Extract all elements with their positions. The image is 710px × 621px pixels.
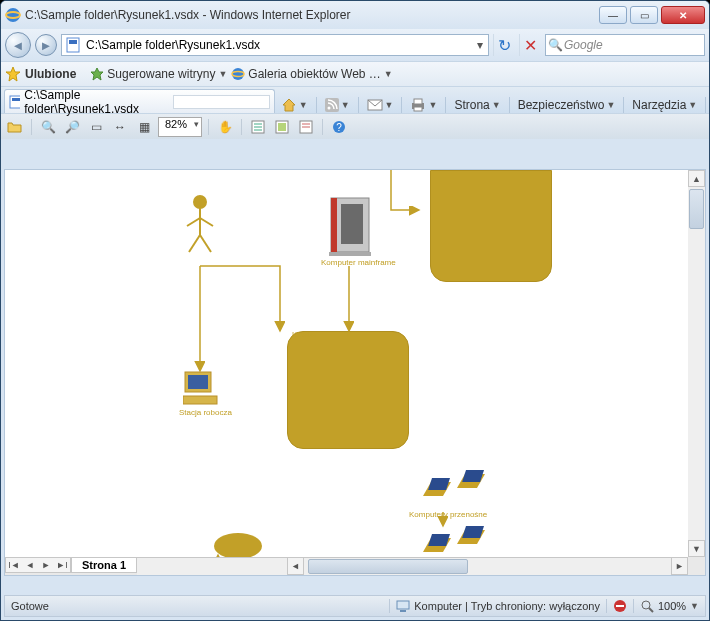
horizontal-scrollbar[interactable]: I◄ ◄ ► ►I Strona 1 ◄ ► xyxy=(5,557,705,575)
tab-blank-area xyxy=(173,95,270,109)
computer-zone-icon xyxy=(396,599,410,613)
markup-icon xyxy=(299,120,313,134)
vertical-scrollbar[interactable]: ▲ ▼ xyxy=(688,170,705,557)
status-zone-text: Komputer | Tryb chroniony: wyłączony xyxy=(414,600,600,612)
shape-workstation[interactable] xyxy=(183,370,219,406)
scroll-left-button[interactable]: ◄ xyxy=(287,557,304,575)
scroll-thumb-h[interactable] xyxy=(308,559,468,574)
browser-tab[interactable]: C:\Sample folder\Rysunek1.vsdx xyxy=(4,89,275,113)
address-bar[interactable]: C:\Sample folder\Rysunek1.vsdx ▾ xyxy=(61,34,489,56)
shape-laptops-1[interactable] xyxy=(423,470,493,508)
scroll-up-button[interactable]: ▲ xyxy=(688,170,705,187)
svg-rect-59 xyxy=(616,605,624,607)
svg-point-12 xyxy=(327,107,330,110)
print-button[interactable]: ▼ xyxy=(408,98,439,112)
visio-doc-icon xyxy=(65,37,81,53)
scroll-right-button[interactable]: ► xyxy=(671,557,688,575)
workstation-icon xyxy=(183,370,219,406)
page-tab[interactable]: Strona 1 xyxy=(71,557,137,573)
popup-blocked-icon xyxy=(613,599,627,613)
svg-rect-3 xyxy=(69,40,77,44)
first-page-button[interactable]: I◄ xyxy=(6,560,22,570)
close-button[interactable]: ✕ xyxy=(661,6,705,24)
suggested-icon xyxy=(90,67,104,81)
svg-line-35 xyxy=(189,235,200,252)
laptop-group-icon-1 xyxy=(423,470,493,508)
status-zoom[interactable]: 100% ▼ xyxy=(634,599,705,613)
label-cluster: Klaster xyxy=(292,330,317,339)
page-menu[interactable]: Strona▼ xyxy=(452,98,502,112)
help-tool-button[interactable]: ? xyxy=(329,117,349,137)
svg-rect-25 xyxy=(278,123,286,131)
hand-tool-button[interactable]: ✋ xyxy=(215,117,235,137)
zoom-width-button[interactable]: ↔ xyxy=(110,117,130,137)
svg-rect-43 xyxy=(183,396,217,404)
layers-button[interactable] xyxy=(272,117,292,137)
svg-text:?: ? xyxy=(336,122,342,133)
stop-button[interactable]: ✕ xyxy=(519,34,541,56)
feed-icon xyxy=(325,98,339,112)
svg-point-60 xyxy=(642,601,650,609)
svg-marker-5 xyxy=(91,68,103,80)
zoom-combobox[interactable]: 82% xyxy=(158,117,202,137)
ie-icon xyxy=(5,7,21,23)
favorites-button[interactable]: Ulubione xyxy=(25,67,76,81)
suggested-sites-link[interactable]: Sugerowane witryny▼ xyxy=(90,67,227,81)
search-box[interactable]: 🔍 Google xyxy=(545,34,705,56)
scroll-down-button[interactable]: ▼ xyxy=(688,540,705,557)
connector-1 xyxy=(391,170,418,210)
back-button[interactable]: ◄ xyxy=(5,32,31,58)
svg-line-33 xyxy=(187,218,200,226)
status-left: Gotowe xyxy=(5,600,55,612)
mainframe-icon xyxy=(325,194,375,258)
address-dropdown[interactable]: ▾ xyxy=(472,38,488,52)
page-navigator[interactable]: I◄ ◄ ► ►I xyxy=(5,557,71,573)
zoom-fit-button[interactable]: ▭ xyxy=(86,117,106,137)
svg-line-36 xyxy=(200,235,211,252)
shape-mainframe[interactable] xyxy=(325,194,375,258)
properties-button[interactable] xyxy=(248,117,268,137)
label-laptops-1: Komputery przenośne xyxy=(409,510,487,519)
svg-rect-9 xyxy=(12,98,20,101)
home-button[interactable]: ▼ xyxy=(279,97,310,113)
svg-point-6 xyxy=(232,68,244,80)
refresh-button[interactable]: ↻ xyxy=(493,34,515,56)
next-page-button[interactable]: ► xyxy=(38,560,54,570)
shape-actor xyxy=(187,196,213,252)
svg-line-61 xyxy=(649,608,653,612)
window-title: C:\Sample folder\Rysunek1.vsdx - Windows… xyxy=(25,8,599,22)
diagram-viewer[interactable]: Komputer mainframe Klaster Stacja robocz… xyxy=(4,169,706,576)
label-workstation: Stacja robocza xyxy=(179,408,232,417)
minimize-button[interactable]: — xyxy=(599,6,627,24)
status-bar: Gotowe Komputer | Tryb chroniony: wyłącz… xyxy=(4,595,706,617)
web-gallery-link[interactable]: Galeria obiektów Web …▼ xyxy=(231,67,392,81)
svg-point-0 xyxy=(6,8,20,22)
svg-rect-39 xyxy=(341,204,363,244)
favorites-star-icon[interactable] xyxy=(5,66,21,82)
zoom-in-button[interactable]: 🔍 xyxy=(38,117,58,137)
tools-menu[interactable]: Narzędzia▼ xyxy=(630,98,699,112)
zoom-out-button[interactable]: 🔎 xyxy=(62,117,82,137)
svg-marker-4 xyxy=(6,67,20,81)
last-page-button[interactable]: ►I xyxy=(54,560,70,570)
search-icon: 🔍 xyxy=(546,38,564,52)
mail-button[interactable]: ▼ xyxy=(365,98,396,112)
maximize-button[interactable]: ▭ xyxy=(630,6,658,24)
status-popup-blocker[interactable] xyxy=(607,599,633,613)
scroll-thumb-v[interactable] xyxy=(689,189,704,229)
forward-button[interactable]: ► xyxy=(35,34,57,56)
tab-doc-icon xyxy=(9,95,20,109)
tab-title: C:\Sample folder\Rysunek1.vsdx xyxy=(24,88,164,116)
svg-rect-38 xyxy=(331,198,337,252)
svg-point-31 xyxy=(194,196,206,208)
safety-menu[interactable]: Bezpieczeństwo▼ xyxy=(516,98,618,112)
diagram-canvas: Komputer mainframe Klaster Stacja robocz… xyxy=(5,170,705,575)
markup-button[interactable] xyxy=(296,117,316,137)
folder-open-icon xyxy=(7,120,23,134)
svg-rect-40 xyxy=(329,252,371,256)
open-button[interactable] xyxy=(5,117,25,137)
search-placeholder: Google xyxy=(564,38,603,52)
feeds-button[interactable]: ▼ xyxy=(323,98,352,112)
zoom-page-button[interactable]: ▦ xyxy=(134,117,154,137)
prev-page-button[interactable]: ◄ xyxy=(22,560,38,570)
